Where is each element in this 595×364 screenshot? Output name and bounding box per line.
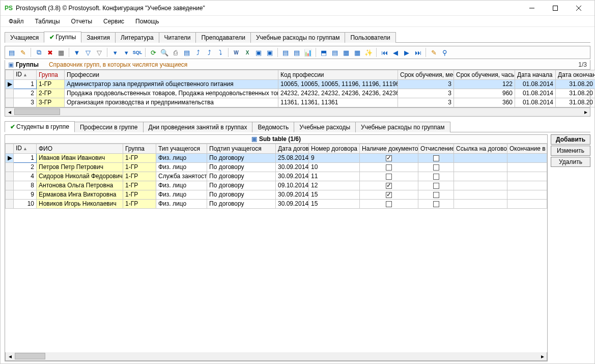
col-end[interactable]: Дата окончан	[556, 70, 596, 80]
nav-first-icon[interactable]: ⏮	[380, 48, 389, 57]
checkbox-icon[interactable]	[386, 192, 392, 198]
sql-icon[interactable]: SQL	[133, 48, 142, 57]
grid-icon[interactable]: ▦	[56, 48, 66, 57]
scol-grp[interactable]: Группа	[123, 144, 156, 154]
nav-next-icon[interactable]: ▶	[402, 48, 411, 57]
table-row[interactable]: 8Антонова Ольга Петровна1-ГРФиз. лицоПо …	[6, 181, 547, 190]
checkbox-icon[interactable]	[386, 155, 392, 161]
col-prof[interactable]: Профессии	[65, 70, 278, 80]
table-row[interactable]: ▶1Иванов Иван Иванович1-ГРФиз. лицоПо до…	[6, 154, 547, 163]
menu-tables[interactable]: Таблицы	[30, 17, 65, 26]
tool3-icon[interactable]: ▦	[342, 48, 351, 57]
checkbox-icon[interactable]	[433, 183, 439, 189]
nav-prev-icon[interactable]: ◀	[391, 48, 400, 57]
scroll-right-icon[interactable]: ▸	[538, 352, 547, 360]
table-row[interactable]: ▶11-ГРАдминистратор зала предприятий общ…	[6, 80, 596, 89]
tab-readers[interactable]: Читатели	[159, 32, 196, 43]
excel-icon[interactable]: X	[243, 48, 252, 57]
tab-students[interactable]: Учащиеся	[5, 32, 44, 43]
subtab-expgrp[interactable]: Учебные расходы по группам	[355, 122, 450, 132]
groups-scrollbar[interactable]: ◂ ▸	[5, 108, 590, 117]
refresh-icon[interactable]: ⟳	[149, 48, 158, 57]
menu-help[interactable]: Помощь	[130, 17, 164, 26]
delete-icon[interactable]: ✖	[45, 48, 54, 57]
col-code[interactable]: Код профессии	[278, 70, 398, 80]
subtab-vedomost[interactable]: Ведомость	[252, 122, 294, 132]
checkbox-icon[interactable]	[433, 192, 439, 198]
chart1-icon[interactable]: ▤	[281, 48, 290, 57]
scroll-thumb[interactable]	[15, 353, 45, 359]
wand-icon[interactable]: ✨	[364, 48, 373, 57]
edit-icon[interactable]: ✎	[18, 48, 27, 57]
tab-literature[interactable]: Литература	[115, 32, 159, 43]
scol-fio[interactable]: ФИО	[37, 144, 123, 154]
doc-icon[interactable]: ▤	[182, 48, 191, 57]
table-row[interactable]: 10Новиков Игорь Николаевич1-ГРФиз. лицоП…	[6, 200, 547, 209]
edit-button[interactable]: Изменить	[551, 146, 590, 156]
tab-expenses[interactable]: Учебные расходы по группам	[250, 32, 345, 43]
nav-last-icon[interactable]: ⏭	[413, 48, 422, 57]
table-row[interactable]: 33-ГРОрганизация производства и предприн…	[6, 98, 596, 107]
close-button[interactable]	[567, 1, 590, 16]
minimize-button[interactable]	[520, 1, 544, 16]
preview-icon[interactable]: ⚲	[440, 48, 449, 57]
scroll-left-icon[interactable]: ◂	[5, 108, 14, 116]
subtab-exp[interactable]: Учебные расходы	[294, 122, 356, 132]
import-icon[interactable]: ⤵	[216, 48, 225, 57]
print-icon[interactable]: ⎙	[171, 48, 180, 57]
word-icon[interactable]: W	[232, 48, 241, 57]
menu-service[interactable]: Сервис	[98, 17, 129, 26]
delete-button[interactable]: Удалить	[551, 157, 590, 167]
scol-subtype[interactable]: Подтип учащегося	[207, 144, 276, 154]
students-grid[interactable]: ID▲ ФИО Группа Тип учащегося Подтип учащ…	[5, 144, 547, 352]
export3-icon[interactable]: ▣	[254, 48, 263, 57]
scol-date[interactable]: Дата договора	[276, 144, 309, 154]
checkbox-icon[interactable]	[433, 174, 439, 180]
students-scrollbar[interactable]: ◂ ▸	[5, 352, 547, 361]
subtab-prof[interactable]: Профессии в группе	[74, 122, 144, 132]
checkbox-icon[interactable]	[386, 183, 392, 189]
tab-users[interactable]: Пользователи	[345, 32, 395, 43]
scroll-left-icon[interactable]: ◂	[6, 352, 14, 360]
tab-groups[interactable]: ✔Группы	[44, 32, 81, 43]
scol-num[interactable]: Номер договора	[309, 144, 360, 154]
table-row[interactable]: 2Петров Петр Петрович1-ГРФиз. лицоПо дог…	[6, 163, 547, 172]
checkbox-icon[interactable]	[386, 164, 392, 171]
col-hours[interactable]: Срок обучения, часы	[454, 70, 515, 80]
subtab-days[interactable]: Дни проведения занятий в группах	[143, 122, 253, 132]
scroll-thumb[interactable]	[14, 108, 60, 115]
scol-type[interactable]: Тип учащегося	[156, 144, 207, 154]
tool2-icon[interactable]: ▤	[330, 48, 339, 57]
copy-icon[interactable]: ⧉	[34, 48, 43, 57]
search-icon[interactable]: 🔍	[160, 48, 169, 57]
new-icon[interactable]: ▤	[7, 48, 16, 57]
col-mes[interactable]: Срок обучения, мес.	[398, 70, 454, 80]
sort-icon[interactable]: ▾	[110, 48, 120, 57]
menu-reports[interactable]: Отчеты	[66, 17, 97, 26]
checkbox-icon[interactable]	[386, 201, 392, 207]
scol-id[interactable]: ID	[16, 145, 22, 152]
checkbox-icon[interactable]	[386, 174, 392, 180]
table-row[interactable]: 9Ермакова Инга Викторовна1-ГРФиз. лицоПо…	[6, 190, 547, 200]
add-button[interactable]: Добавить	[551, 134, 590, 145]
sort2-icon[interactable]: ▾	[122, 48, 131, 57]
checkbox-icon[interactable]	[433, 201, 439, 207]
tool1-icon[interactable]: ⬒	[319, 48, 328, 57]
table-row[interactable]: 22-ГРПродажа продовольственных товаров, …	[6, 89, 596, 98]
subtab-students[interactable]: ✔Студенты в группе	[5, 121, 75, 132]
tool4-icon[interactable]: ▦	[353, 48, 362, 57]
export4-icon[interactable]: ▣	[265, 48, 274, 57]
scroll-right-icon[interactable]: ▸	[581, 108, 590, 116]
groups-grid[interactable]: ID▲ Группа Профессии Код профессии Срок …	[5, 70, 590, 108]
filter-icon[interactable]: ▼	[72, 48, 81, 57]
col-start[interactable]: Дата начала	[515, 70, 556, 80]
chart2-icon[interactable]: ▤	[292, 48, 301, 57]
checkbox-icon[interactable]	[433, 164, 439, 171]
scol-otch[interactable]: Отчисление	[418, 144, 454, 154]
tab-lessons[interactable]: Занятия	[81, 32, 116, 43]
scol-docs[interactable]: Наличие документов	[360, 144, 418, 154]
scol-end[interactable]: Окончание в	[507, 144, 547, 154]
edit2-icon[interactable]: ✎	[429, 48, 438, 57]
checkbox-icon[interactable]	[433, 155, 439, 161]
tab-teachers[interactable]: Преподаватели	[195, 32, 251, 43]
